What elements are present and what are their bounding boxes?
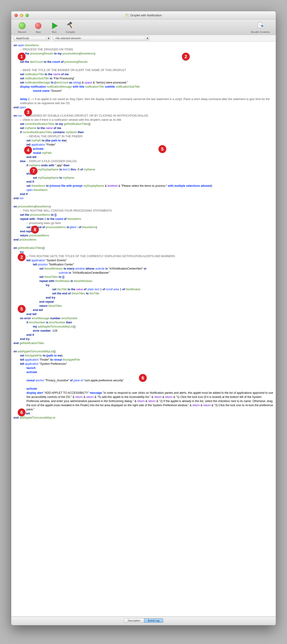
tab-event-log[interactable]: Event Log bbox=[144, 618, 163, 622]
window-title: Droplet with Notification bbox=[11, 14, 276, 17]
callout-4: 4 bbox=[24, 146, 32, 154]
tab-description[interactable]: Description bbox=[124, 618, 144, 622]
callout-2a: 2 bbox=[182, 53, 190, 60]
bundle-label: Bundle Contents bbox=[251, 30, 270, 33]
stop-label: Stop bbox=[36, 30, 41, 33]
callout-8: 8 bbox=[31, 226, 39, 234]
run-label: Run bbox=[52, 30, 56, 33]
play-icon bbox=[52, 22, 58, 29]
svg-rect-3 bbox=[258, 22, 262, 28]
compile-button[interactable]: Compile bbox=[62, 22, 78, 33]
document-icon bbox=[125, 14, 128, 17]
callout-6b: 6 bbox=[18, 408, 26, 416]
traffic-lights bbox=[11, 14, 29, 17]
language-select[interactable]: AppleScript bbox=[14, 36, 50, 40]
compile-label: Compile bbox=[66, 30, 75, 33]
callout-5a: 5 bbox=[158, 145, 166, 153]
language-value: AppleScript bbox=[16, 37, 29, 40]
toolbar: Record Stop Run bbox=[11, 20, 276, 35]
record-button[interactable]: Record bbox=[14, 22, 30, 33]
stop-icon bbox=[35, 22, 42, 29]
element-value: <No selected element> bbox=[55, 37, 81, 40]
minimize-window-button[interactable] bbox=[20, 14, 23, 17]
code-editor[interactable]: 1 2 3 4 5 7 8 2 5 6 6 on open theseItems… bbox=[11, 42, 276, 617]
script-editor-window: Droplet with Notification Record Stop Ru… bbox=[11, 11, 276, 625]
hammer-icon bbox=[66, 22, 74, 30]
callout-7: 7 bbox=[30, 167, 38, 175]
callout-1: 1 bbox=[18, 53, 26, 60]
record-icon bbox=[19, 22, 26, 29]
callout-5b: 5 bbox=[18, 305, 26, 313]
bottom-bar: Description Event Log bbox=[11, 617, 276, 625]
updown-icon bbox=[145, 36, 148, 40]
bundle-icon bbox=[256, 22, 264, 30]
result-tabs: Description Event Log bbox=[124, 618, 163, 623]
titlebar: Droplet with Notification bbox=[11, 11, 276, 20]
callout-3: 3 bbox=[24, 108, 32, 116]
updown-icon bbox=[46, 36, 49, 40]
run-button[interactable]: Run bbox=[46, 22, 62, 33]
element-select[interactable]: <No selected element> bbox=[53, 36, 149, 40]
callout-6a: 6 bbox=[139, 374, 147, 382]
stop-button[interactable]: Stop bbox=[30, 22, 46, 33]
window-title-text: Droplet with Notification bbox=[130, 14, 162, 17]
record-label: Record bbox=[18, 30, 26, 33]
zoom-window-button[interactable] bbox=[26, 14, 29, 17]
bundle-contents-button[interactable]: Bundle Contents bbox=[248, 22, 273, 33]
callout-2b: 2 bbox=[18, 253, 26, 261]
close-window-button[interactable] bbox=[14, 14, 18, 17]
navigation-bar: AppleScript <No selected element> bbox=[11, 35, 276, 42]
